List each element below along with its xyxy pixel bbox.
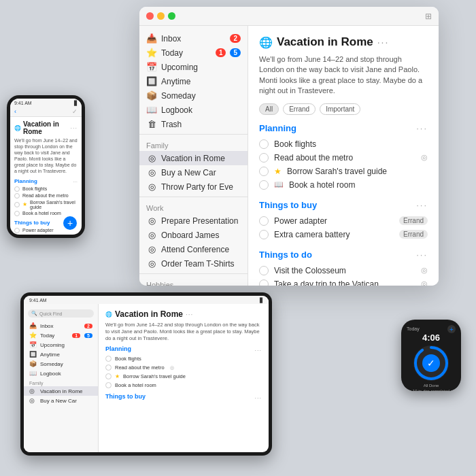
ipad-today[interactable]: ⭐ Today 1 5 [24,330,98,340]
phone-back-button[interactable]: ‹ [14,108,16,115]
ipad-search[interactable]: 🔍 Quick Find [28,309,94,318]
watch-device: Today 4:06 ✓ All Done 10 to-dos complete… [401,320,461,391]
task-checkbox[interactable] [259,216,269,226]
family-header: Family [139,137,248,151]
buy-more[interactable]: ··· [416,200,428,210]
ipad-family-header: Family [24,378,98,386]
ipad-more-button[interactable]: ··· [186,311,193,318]
tag-errand[interactable]: Errand [283,103,316,115]
maximize-button[interactable] [168,12,175,20]
planning-more[interactable]: ··· [416,123,428,133]
task-checkbox[interactable] [259,266,269,275]
phone-globe-icon: 🌐 [14,125,21,131]
phone-title: Vacation in Rome [23,120,68,135]
watch-add-button[interactable]: + [447,325,456,333]
sidebar-item-trash[interactable]: 🗑 Trash [139,117,248,131]
ipad-vacation-icon: ◎ [29,388,37,394]
ipad-title: Vacation in Rome [115,309,183,319]
ipad-checkbox-4[interactable] [105,382,112,388]
ipad-task-3: ★ Borrow Sarah's travel guide [105,372,262,381]
sidebar-divider-1 [139,134,248,135]
ipad-upcoming[interactable]: 📅 Upcoming [24,340,98,350]
ipad-inbox[interactable]: 📥 Inbox 2 [24,321,98,330]
sidebar-item-upcoming[interactable]: 📅 Upcoming [139,60,248,74]
ipad-task-2: Read about the metro ◎ [105,363,262,372]
ipad-vacation[interactable]: ◎ Vacation in Rome [24,386,98,396]
ipad-planning-row: Planning ··· [105,345,262,354]
tshirts-icon: ◎ [146,258,157,269]
ipad-someday[interactable]: 📦 Someday [24,359,98,369]
presentation-icon: ◎ [146,216,157,226]
things-to-buy-section: Things to buy ··· Power adapter Errand E… [259,200,428,241]
phone-task-6: Extra camera battery [14,234,78,235]
ipad-checkbox-2[interactable] [105,364,112,371]
sidebar-item-party[interactable]: ◎ Throw Party for Eve [139,180,248,194]
sidebar-item-tshirts[interactable]: ◎ Order Team T-Shirts [139,256,248,271]
phone-more-button[interactable]: ··· [70,124,78,131]
ipad-checkbox-1[interactable] [105,356,112,362]
traffic-lights [146,12,175,20]
sidebar-item-anytime[interactable]: 🔲 Anytime [139,74,248,88]
ipad-globe-icon: 🌐 [105,311,112,318]
watch-screen: Today 4:06 ✓ All Done 10 to-dos complete… [404,322,458,391]
vacation-icon: ◎ [146,153,157,163]
ipad-task-4: Book a hotel room [105,381,262,390]
ipad-planning-more[interactable]: ··· [254,347,262,354]
window-icon: ⊞ [425,12,432,21]
close-button[interactable] [146,12,154,20]
sidebar-item-onboard[interactable]: ◎ Onboard James [139,228,248,242]
ipad-checkbox-3[interactable] [105,373,112,379]
phone-nav: ‹ ✓ [10,107,82,117]
phone-planning-more[interactable]: ··· [73,179,78,185]
sidebar-item-presentation[interactable]: ◎ Prepare Presentation [139,214,248,228]
sidebar-family-section: Family ◎ Vacation in Rome ◎ Buy a New Ca… [139,137,248,194]
ipad-detail: 🌐 Vacation in Rome ··· We'll go from Jun… [99,304,269,452]
detail-tags: All Errand Important [259,103,428,115]
task-hotel: 📖 Book a hotel room [259,178,428,192]
phone-time: 9:41 AM [14,101,32,106]
phone-title-row: 🌐 Vacation in Rome ··· [14,120,78,135]
task-checkbox[interactable] [259,230,269,239]
todo-more[interactable]: ··· [416,250,428,260]
task-colosseum: Visit the Colosseum ◎ [259,264,428,277]
ipad-logbook[interactable]: 📖 Logbook [24,369,98,378]
phone-task-4: Book a hotel room [14,210,78,217]
task-checkbox[interactable] [259,139,269,149]
detail-more-button[interactable]: ··· [377,37,390,48]
window-body: 📥 Inbox 2 ⭐ Today 1 5 📅 Upcoming 🔲 Anyti… [139,26,439,286]
ipad-anytime[interactable]: 🔲 Anytime [24,350,98,359]
phone-checkbox-2[interactable] [14,193,20,199]
sidebar-item-buy-car[interactable]: ◎ Buy a New Car [139,165,248,180]
watch-checkmark-icon: ✓ [422,354,440,372]
tag-important[interactable]: Important [320,103,360,115]
sidebar-item-vacation-rome[interactable]: ◎ Vacation in Rome [139,151,248,165]
sidebar-item-someday[interactable]: 📦 Someday [139,88,248,103]
sidebar-item-inbox[interactable]: 📥 Inbox 2 [139,31,248,46]
tag-all[interactable]: All [259,103,279,115]
phone-fab[interactable]: + [63,216,77,230]
task-checkbox[interactable] [259,279,269,286]
minimize-button[interactable] [157,12,165,20]
task-checkbox[interactable] [259,180,269,190]
ipad-inbox-icon: 📥 [29,322,37,329]
ipad-title-row: 🌐 Vacation in Rome ··· [105,309,262,319]
sidebar-item-logbook[interactable]: 📖 Logbook [139,103,248,117]
trash-icon: 🗑 [146,119,157,129]
ipad-car-icon: ◎ [29,397,37,404]
sidebar-item-conference[interactable]: ◎ Attend Conference [139,242,248,256]
sidebar-divider-2 [139,197,248,197]
main-app-window: ⊞ 📥 Inbox 2 ⭐ Today 1 5 📅 Upcoming [139,7,439,286]
ipad-status-bar: 9:41 AM ▊ [24,296,269,304]
task-checkbox[interactable] [259,153,269,163]
phone-checkbox-5[interactable] [14,228,20,233]
ipad-car[interactable]: ◎ Buy a New Car [24,396,98,405]
phone-checkbox-1[interactable] [14,186,20,192]
phone-planning-row: Planning ··· [14,178,78,186]
ipad-buy-more[interactable]: ··· [254,394,262,401]
task-checkbox[interactable] [259,167,269,176]
sidebar-item-today[interactable]: ⭐ Today 1 5 [139,46,248,60]
phone-checkbox-4[interactable] [14,211,20,216]
planning-title: Planning [259,123,296,133]
phone-check-button[interactable]: ✓ [72,108,78,115]
phone-checkbox-3[interactable] [14,202,20,207]
